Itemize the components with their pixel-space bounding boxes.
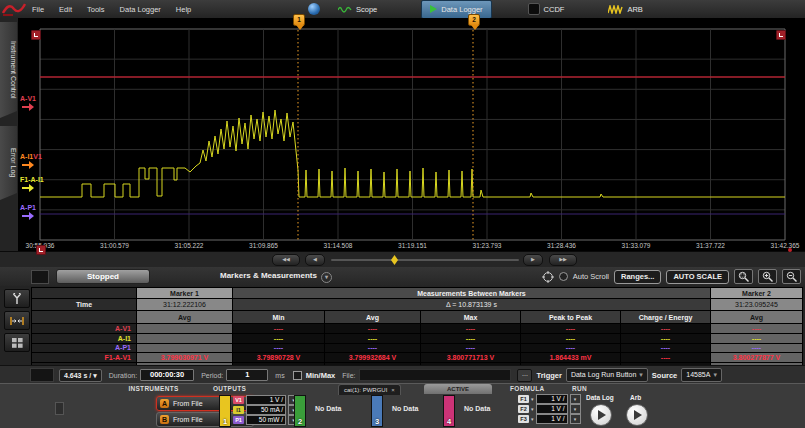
ranges-button[interactable]: Ranges...	[614, 270, 661, 284]
grid-view-button[interactable]	[4, 333, 30, 352]
tab-data-logger-label: Data Logger	[441, 5, 482, 14]
sidebar-tab-error-log[interactable]: Error Log	[0, 126, 17, 200]
file-tab-close-icon[interactable]: ×	[391, 387, 395, 393]
channel3-color-bar[interactable]: 3	[371, 395, 383, 427]
scroll-thumb[interactable]	[391, 255, 398, 265]
stat-header-avg[interactable]: Avg	[325, 311, 420, 323]
trace-label[interactable]: A-I1V1	[20, 153, 42, 169]
scale-handle-top-right-icon[interactable]	[776, 30, 786, 40]
panel-collapse-icon[interactable]: ▾	[321, 272, 332, 283]
stat-header-min[interactable]: Min	[233, 311, 324, 323]
source-select[interactable]: 14585A▾	[681, 368, 722, 382]
time-row-label: Time	[32, 299, 136, 310]
datalog-controls: 4.643 s / ▾ Duration: 000:00:30 Period: …	[0, 365, 805, 384]
marker2-header[interactable]: Marker 2	[711, 288, 802, 298]
instrument-b-label: From File	[173, 416, 203, 423]
scale-handle-bottom-left-icon[interactable]	[36, 245, 46, 255]
menu-tools[interactable]: Tools	[87, 5, 105, 14]
f2-scale-dropdown-icon[interactable]: ▾	[570, 404, 581, 414]
marker-flag-2[interactable]: 2	[468, 14, 480, 26]
channel4-no-data-label: No Data	[464, 405, 490, 412]
data-log-play-button[interactable]	[590, 404, 612, 426]
f2-badge[interactable]: F2	[518, 405, 529, 413]
tab-arb[interactable]: ARB	[600, 1, 650, 18]
row-label-F1-A-V1[interactable]: F1-A-V1	[32, 353, 136, 362]
marker2-stat-header: Avg	[711, 311, 802, 323]
row-label-A-V1[interactable]: A-V1	[32, 324, 136, 333]
f2-scale-value[interactable]: 1 V /	[536, 404, 568, 414]
active-tab[interactable]: ACTIVE	[424, 384, 492, 394]
period-field[interactable]: 1	[226, 369, 268, 381]
marker1-header[interactable]: Marker 1	[137, 288, 232, 298]
scroll-last-button[interactable]: ▶▶	[549, 254, 577, 266]
menu-data-logger[interactable]: Data Logger	[120, 5, 161, 14]
timebase-dropdown[interactable]: 4.643 s / ▾	[59, 369, 102, 382]
marker-flag-1[interactable]: 1	[293, 14, 305, 26]
i1-scale-value[interactable]: 50 mA /	[246, 405, 286, 415]
tab-scope[interactable]: Scope	[330, 1, 385, 18]
cell-A-P1: ----	[325, 344, 420, 353]
markers-button[interactable]	[4, 311, 30, 330]
channel1-color-bar[interactable]: 1	[219, 395, 231, 427]
scale-handle-top-left-icon[interactable]	[31, 30, 41, 40]
stat-header-peak-to-peak[interactable]: Peak to Peak	[521, 311, 620, 323]
instrument-b-badge: B	[160, 415, 169, 424]
panel-grip[interactable]	[55, 402, 64, 415]
menu-help[interactable]: Help	[176, 5, 191, 14]
arb-play-button[interactable]	[626, 404, 648, 426]
channel4-color-bar[interactable]: 4	[443, 395, 455, 427]
v1-badge[interactable]: V1	[233, 396, 244, 404]
f1-scale-value[interactable]: 1 V /	[536, 394, 568, 404]
scroll-next-button[interactable]: ▶	[523, 254, 543, 266]
f1-badge[interactable]: F1	[518, 395, 529, 403]
f3-badge[interactable]: F3	[518, 415, 529, 423]
i1-badge[interactable]: I1	[233, 406, 244, 414]
row-label-A-I1[interactable]: A-I1	[32, 334, 136, 343]
cell-A-P1: ----	[233, 344, 324, 353]
trigger-select[interactable]: Data Log Run Button▾	[566, 368, 648, 382]
trace-label[interactable]: A-V1	[20, 95, 36, 111]
zoom-out-button[interactable]	[782, 269, 801, 284]
crosshair-icon[interactable]	[542, 271, 554, 283]
tab-ccdf[interactable]: CCDF	[520, 1, 573, 18]
p1-badge[interactable]: P1	[233, 416, 244, 424]
stat-header-charge-energy[interactable]: Charge / Energy	[621, 311, 710, 323]
trace-label[interactable]: A-P1	[20, 204, 36, 220]
cell-A-P1: ----	[521, 344, 620, 353]
f1-scale-dropdown-icon[interactable]: ▾	[570, 394, 581, 404]
scroll-first-button[interactable]: ◀◀	[272, 254, 300, 266]
sidebar-tab-instrument-control[interactable]: Instrument Control	[0, 22, 17, 118]
scroll-prev-button[interactable]: ◀	[305, 254, 325, 266]
setup-wrench-button[interactable]	[4, 289, 30, 308]
zoom-in-button[interactable]	[758, 269, 777, 284]
minmax-checkbox[interactable]	[293, 371, 302, 380]
channel2-color-bar[interactable]: 2	[294, 395, 306, 427]
trace-label[interactable]: F1-A-I1	[20, 176, 44, 192]
delta-time-value: Δ = 10.873139 s	[233, 299, 710, 310]
tab-data-logger[interactable]: Data Logger	[421, 0, 491, 19]
waveform-chart[interactable]: A-V1A-I1V1F1-A-I1A-P1 30:55.93631:00.579…	[18, 18, 805, 251]
benchvue-orb-icon[interactable]	[308, 3, 320, 15]
menu-edit[interactable]: Edit	[59, 5, 72, 14]
file-path-input[interactable]	[359, 369, 511, 381]
browse-file-button[interactable]: ...	[517, 369, 532, 382]
auto-scroll-toggle[interactable]	[559, 272, 568, 281]
zoom-select-button[interactable]	[734, 269, 753, 284]
f3-scale-value[interactable]: 1 V /	[536, 414, 568, 424]
tab-scope-label: Scope	[356, 5, 377, 14]
v1-scale-value[interactable]: 1 V /	[246, 395, 286, 405]
stat-header-max[interactable]: Max	[421, 311, 520, 323]
menu-file[interactable]: File	[32, 5, 44, 14]
auto-scale-button[interactable]: AUTO SCALE	[666, 270, 729, 284]
chart-tools: Auto Scroll Ranges... AUTO SCALE	[542, 269, 801, 284]
scale-handle-bottom-right-icon[interactable]	[788, 248, 792, 252]
scroll-track[interactable]	[331, 259, 519, 261]
row-label-A-P1[interactable]: A-P1	[32, 344, 136, 353]
f3-scale-dropdown-icon[interactable]: ▾	[570, 414, 581, 424]
measurements-area: Marker 1 Measurements Between Markers Ma…	[0, 286, 805, 365]
cell-A-I1: ----	[233, 334, 324, 343]
instrument-panel: INSTRUMENTS OUTPUTS cat(1): PWRGUI× ACTI…	[0, 383, 805, 428]
duration-field[interactable]: 000:00:30	[140, 369, 194, 381]
file-tab[interactable]: cat(1): PWRGUI×	[338, 384, 401, 395]
p1-scale-value[interactable]: 50 mW /	[246, 415, 286, 425]
